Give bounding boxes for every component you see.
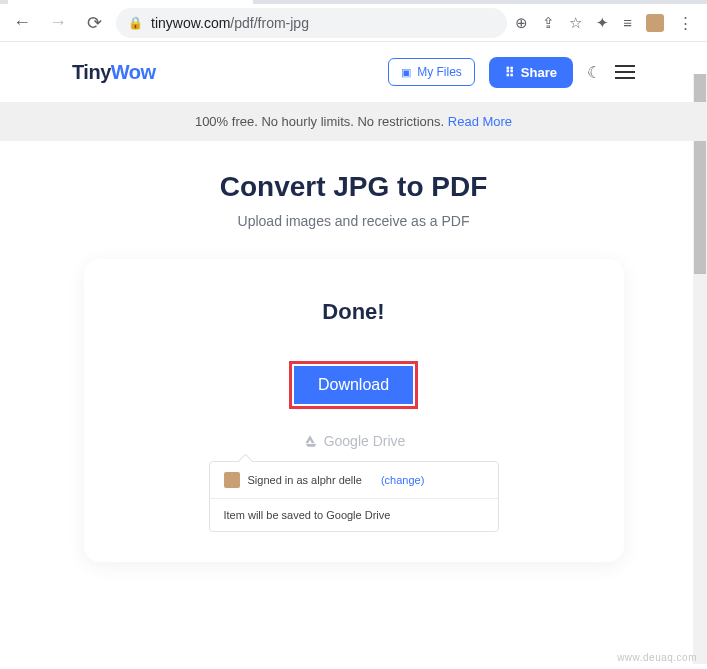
profile-extension-icon[interactable] (646, 14, 664, 32)
watermark: www.deuaq.com (617, 652, 697, 663)
page-title: Convert JPG to PDF (20, 171, 687, 203)
address-bar: ← → ⟳ 🔒 tinywow.com/pdf/from-jpg ⊕ ⇪ ☆ ✦… (0, 4, 707, 42)
read-more-link[interactable]: Read More (448, 114, 512, 129)
download-highlight: Download (289, 361, 418, 409)
avatar-icon (224, 472, 240, 488)
info-banner: 100% free. No hourly limits. No restrict… (0, 102, 707, 141)
lock-icon: 🔒 (128, 16, 143, 30)
forward-button: → (44, 9, 72, 37)
share-button[interactable]: ⠿ Share (489, 57, 573, 88)
zoom-icon[interactable]: ⊕ (515, 14, 528, 32)
share-icon: ⠿ (505, 65, 515, 80)
download-button[interactable]: Download (294, 366, 413, 404)
browser-tabstrip: TI Convert JPG Image(s) to PDF Onl ✕ + ⌄… (0, 0, 707, 4)
extensions-icon[interactable]: ✦ (596, 14, 609, 32)
page-content: TinyWow ▣ My Files ⠿ Share ☾ 100% free. … (0, 42, 707, 605)
status-done: Done! (114, 299, 594, 325)
gdrive-popover: Signed in as alphr delle (change) Item w… (209, 461, 499, 532)
my-files-button[interactable]: ▣ My Files (388, 58, 475, 86)
signed-in-text: Signed in as alphr delle (248, 474, 362, 486)
toolbar-actions: ⊕ ⇪ ☆ ✦ ≡ ⋮ (515, 14, 699, 32)
reload-button[interactable]: ⟳ (80, 9, 108, 37)
save-note: Item will be saved to Google Drive (210, 499, 498, 531)
url-input[interactable]: 🔒 tinywow.com/pdf/from-jpg (116, 8, 507, 38)
reading-list-icon[interactable]: ≡ (623, 14, 632, 31)
gdrive-icon (302, 434, 318, 448)
bookmark-star-icon[interactable]: ☆ (569, 14, 582, 32)
dark-mode-icon[interactable]: ☾ (587, 63, 601, 82)
site-header: TinyWow ▣ My Files ⠿ Share ☾ (0, 42, 707, 102)
share-page-icon[interactable]: ⇪ (542, 14, 555, 32)
result-card: Done! Download Google Drive Signed in as… (84, 259, 624, 562)
change-account-link[interactable]: (change) (381, 474, 424, 486)
kebab-menu-icon[interactable]: ⋮ (678, 14, 693, 32)
browser-tab[interactable]: TI Convert JPG Image(s) to PDF Onl ✕ (8, 0, 253, 4)
menu-icon[interactable] (615, 65, 635, 79)
back-button[interactable]: ← (8, 9, 36, 37)
files-icon: ▣ (401, 66, 411, 79)
new-tab-button[interactable]: + (259, 0, 287, 1)
google-drive-option[interactable]: Google Drive (114, 433, 594, 449)
logo[interactable]: TinyWow (72, 61, 156, 84)
url-text: tinywow.com/pdf/from-jpg (151, 15, 309, 31)
page-subtitle: Upload images and receive as a PDF (20, 213, 687, 229)
